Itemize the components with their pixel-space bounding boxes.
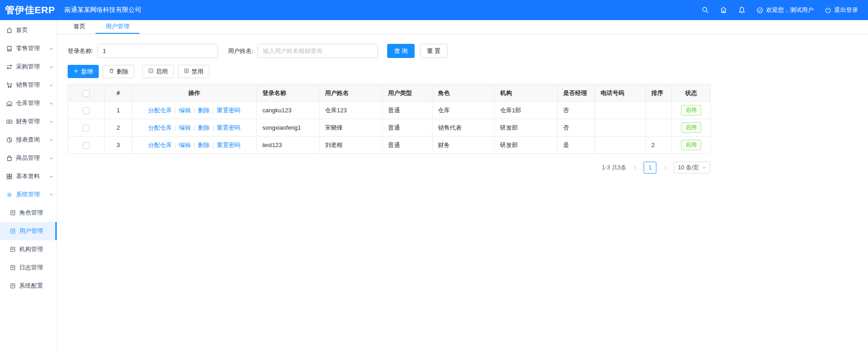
- home-icon[interactable]: [720, 6, 727, 14]
- delete-link[interactable]: 删除: [198, 107, 210, 114]
- org-cell: 仓库1部: [495, 102, 558, 119]
- is-manager-cell: 否: [558, 102, 595, 119]
- sidebar-item-home[interactable]: 首页: [0, 21, 57, 39]
- welcome-user[interactable]: 欢迎您，测试用户: [756, 6, 814, 14]
- home-icon: [6, 27, 13, 34]
- page-size-select[interactable]: 10 条/页: [674, 162, 710, 174]
- delete-button[interactable]: 删除: [103, 65, 134, 78]
- document-icon: [10, 228, 16, 234]
- col-user-type: 用户类型: [383, 84, 432, 102]
- link-separator: |: [175, 124, 176, 131]
- app-logo: 管伊佳ERP: [0, 4, 57, 16]
- search-form: 登录名称: 用户姓名: 查 询 重 置: [68, 44, 868, 58]
- sidebar-item-reports[interactable]: 报表查询: [0, 131, 57, 149]
- user-check-circle-icon: [756, 7, 763, 14]
- login-name-cell: cangku123: [257, 102, 320, 119]
- delete-link[interactable]: 删除: [198, 124, 210, 131]
- user-type-cell: 普通: [383, 102, 432, 119]
- row-index: 2: [105, 119, 132, 137]
- row-checkbox[interactable]: [83, 142, 90, 149]
- sidebar-item-label: 角色管理: [19, 209, 43, 217]
- status-badge[interactable]: 启用: [681, 140, 701, 150]
- logout-label: 退出登录: [834, 6, 858, 14]
- logout-button[interactable]: 退出登录: [825, 6, 858, 14]
- user-table: # 操作 登录名称 用户姓名 用户类型 角色 机构 是否经理 电话号码 排序 状…: [68, 84, 711, 154]
- disable-button[interactable]: 禁用: [178, 65, 209, 78]
- sidebar-item-label: 系统管理: [16, 190, 40, 199]
- assign-warehouse-link[interactable]: 分配仓库: [148, 124, 172, 131]
- search-icon[interactable]: [702, 6, 709, 14]
- chevron-down-icon: [49, 174, 53, 179]
- sidebar-nav: 首页 零售管理 采购管理 销售管理 仓库管理 财务管理: [0, 20, 57, 353]
- query-button[interactable]: 查 询: [387, 44, 415, 58]
- sidebar-item-org-management[interactable]: 机构管理: [0, 240, 57, 258]
- plus-icon: [74, 68, 79, 75]
- sidebar-item-label: 基本资料: [16, 172, 40, 180]
- next-page-button[interactable]: [660, 162, 670, 174]
- table-row: 3 分配仓库|编辑|删除|重置密码 test123 刘老根 普通 财务 研发部 …: [68, 137, 711, 154]
- row-checkbox[interactable]: [83, 125, 90, 132]
- sidebar-item-system-config[interactable]: 系统配置: [0, 277, 57, 295]
- login-name-input[interactable]: [97, 44, 218, 58]
- tab-bar: 首页 用户管理: [57, 20, 868, 34]
- shop-icon: [6, 45, 13, 52]
- add-button[interactable]: 新增: [68, 65, 99, 78]
- status-badge[interactable]: 启用: [681, 105, 701, 116]
- sidebar-item-system[interactable]: 系统管理: [0, 185, 57, 204]
- reset-password-link[interactable]: 重置密码: [217, 107, 240, 114]
- document-icon: [10, 264, 16, 271]
- role-cell: 仓库: [432, 102, 495, 119]
- sidebar-item-log-management[interactable]: 日志管理: [0, 258, 57, 277]
- gear-icon: [6, 191, 13, 198]
- chevron-down-icon: [49, 101, 53, 105]
- edit-link[interactable]: 编辑: [179, 142, 191, 148]
- reset-button[interactable]: 重 置: [420, 44, 447, 58]
- link-separator: |: [213, 124, 214, 131]
- select-all-checkbox[interactable]: [83, 90, 90, 97]
- page-number-button[interactable]: 1: [644, 162, 656, 174]
- sidebar-item-label: 系统配置: [19, 282, 43, 290]
- bell-icon[interactable]: [738, 6, 746, 14]
- edit-link[interactable]: 编辑: [179, 124, 191, 131]
- reset-password-link[interactable]: 重置密码: [217, 142, 240, 148]
- sidebar-item-warehouse[interactable]: 仓库管理: [0, 94, 57, 112]
- reset-password-link[interactable]: 重置密码: [217, 124, 240, 131]
- chevron-up-icon: [49, 193, 53, 197]
- user-name-input[interactable]: [257, 44, 378, 58]
- prev-page-button[interactable]: [630, 162, 639, 174]
- chevron-down-icon: [49, 47, 53, 51]
- operations-cell: 分配仓库|编辑|删除|重置密码: [132, 102, 257, 119]
- link-separator: |: [193, 124, 195, 131]
- sidebar-item-basic-data[interactable]: 基本资料: [0, 167, 57, 185]
- user-name-cell: 刘老根: [320, 137, 383, 154]
- delete-link[interactable]: 删除: [198, 142, 210, 148]
- edit-link[interactable]: 编辑: [179, 107, 191, 114]
- col-sort: 排序: [646, 84, 672, 102]
- sidebar-item-label: 仓库管理: [16, 99, 40, 107]
- sidebar-item-user-management[interactable]: 用户管理: [0, 222, 57, 240]
- row-checkbox[interactable]: [83, 107, 90, 114]
- sort-cell: 2: [646, 137, 672, 154]
- assign-warehouse-link[interactable]: 分配仓库: [148, 107, 172, 114]
- status-badge[interactable]: 启用: [681, 122, 701, 133]
- welcome-text: 欢迎您，测试用户: [766, 6, 814, 14]
- logout-icon: [825, 7, 831, 14]
- assign-warehouse-link[interactable]: 分配仓库: [148, 142, 172, 148]
- sidebar-item-finance[interactable]: 财务管理: [0, 112, 57, 131]
- sidebar-item-sales[interactable]: 销售管理: [0, 76, 57, 94]
- page-content: 登录名称: 用户姓名: 查 询 重 置 新增 删除 启用: [57, 34, 868, 174]
- tab-user-management[interactable]: 用户管理: [96, 20, 139, 34]
- sidebar-item-goods[interactable]: 商品管理: [0, 149, 57, 167]
- tab-home[interactable]: 首页: [64, 20, 96, 34]
- sidebar-item-retail[interactable]: 零售管理: [0, 39, 57, 58]
- enable-button[interactable]: 启用: [142, 65, 174, 78]
- sidebar-item-role-management[interactable]: 角色管理: [0, 204, 57, 222]
- user-name-cell: 仓库123: [320, 102, 383, 119]
- phone-cell: [595, 119, 646, 137]
- col-user-name: 用户姓名: [320, 84, 383, 102]
- sidebar-item-purchase[interactable]: 采购管理: [0, 58, 57, 76]
- col-org: 机构: [495, 84, 558, 102]
- is-manager-cell: 是: [558, 137, 595, 154]
- is-manager-cell: 否: [558, 119, 595, 137]
- bag-icon: [6, 155, 13, 162]
